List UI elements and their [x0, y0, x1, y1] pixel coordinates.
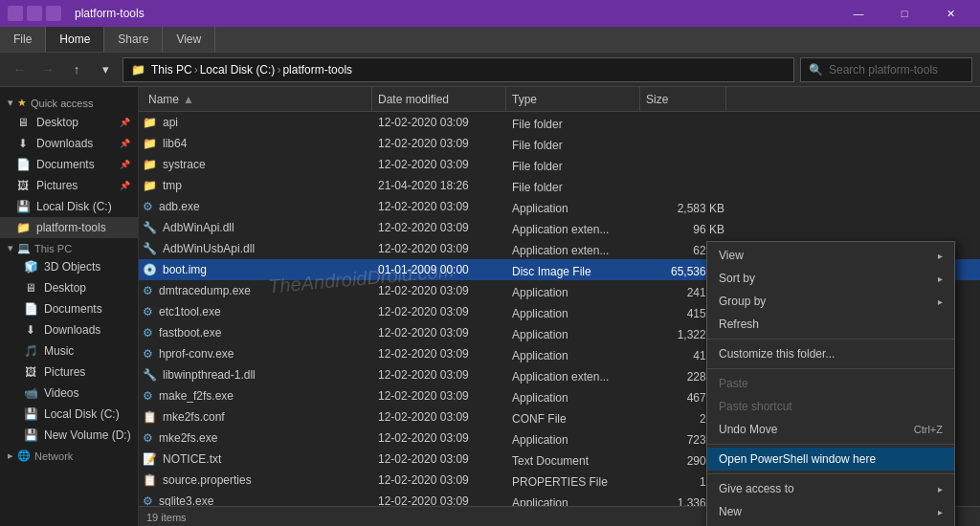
table-row[interactable]: 📁 systrace 12-02-2020 03:09 File folder [139, 154, 980, 175]
ctx-divider [707, 444, 954, 445]
context-menu-item-view[interactable]: View▸ [707, 244, 954, 267]
address-path[interactable]: 📁 This PC › Local Disk (C:) › platform-t… [122, 57, 794, 82]
sidebar-item-local-disk-pc[interactable]: 💾 Local Disk (C:) [0, 404, 138, 425]
sidebar-item-pictures-pc[interactable]: 🖼 Pictures [0, 362, 138, 383]
column-header: Name ▲ Date modified Type Size [139, 87, 980, 112]
table-row[interactable]: ⚙ adb.exe 12-02-2020 03:09 Application 2… [139, 196, 980, 217]
file-icon: 📝 [143, 452, 157, 466]
file-date: 12-02-2020 03:09 [378, 368, 512, 382]
maximize-button[interactable]: □ [882, 0, 926, 27]
path-sep2: › [277, 63, 280, 77]
sidebar-item-desktop-pc[interactable]: 🖥 Desktop [0, 277, 138, 298]
sidebar-item-new-volume[interactable]: 💾 New Volume (D:) [0, 425, 138, 446]
ctx-item-label: Open PowerShell window here [719, 452, 876, 466]
quick-access-section[interactable]: ▾ ★ Quick access [0, 91, 138, 112]
network-section[interactable]: ▸ 🌐 Network [0, 446, 138, 464]
context-menu-item-customize-this-folder...[interactable]: Customize this folder... [707, 342, 954, 365]
file-name: fastboot.exe [159, 326, 221, 340]
forward-button[interactable]: → [36, 58, 59, 81]
sidebar-item-desktop-pc-label: Desktop [44, 281, 86, 295]
quick-access-expand-icon: ▾ [8, 97, 13, 109]
sidebar-item-downloads-quick[interactable]: ⬇ Downloads 📌 [0, 133, 138, 154]
file-name: mke2fs.conf [163, 410, 225, 424]
path-this-pc: This PC [151, 63, 192, 77]
path-sep1: › [194, 63, 198, 77]
file-icon: ⚙ [143, 284, 153, 297]
this-pc-label: This PC [34, 243, 72, 254]
context-menu-item-open-powershell-window-here[interactable]: Open PowerShell window here [707, 448, 954, 471]
ctx-divider [707, 339, 954, 340]
file-date: 12-02-2020 03:09 [378, 242, 512, 255]
sidebar-item-music[interactable]: 🎵 Music [0, 340, 138, 362]
file-name: sqlite3.exe [159, 494, 213, 506]
file-type: Application [512, 387, 646, 405]
sidebar-item-documents-pc[interactable]: 📄 Documents [0, 298, 138, 319]
recent-locations-button[interactable]: ▾ [94, 58, 117, 81]
col-header-date[interactable]: Date modified [372, 87, 506, 111]
sidebar-item-pictures-quick[interactable]: 🖼 Pictures 📌 [0, 175, 138, 196]
ctx-item-label: Undo Move [719, 423, 777, 436]
file-size [646, 184, 732, 187]
sidebar-item-local-disk-label: Local Disk (C:) [36, 200, 112, 213]
sidebar-item-downloads-pc-label: Downloads [44, 323, 100, 337]
search-placeholder: Search platform-tools [829, 63, 938, 77]
context-menu-item-undo-move[interactable]: Undo MoveCtrl+Z [707, 418, 954, 441]
file-type: Application [512, 345, 646, 362]
this-pc-section[interactable]: ▾ 💻 This PC [0, 238, 138, 256]
search-box[interactable]: 🔍 Search platform-tools [800, 57, 972, 82]
context-menu-item-group-by[interactable]: Group by▸ [707, 290, 954, 313]
sidebar-item-downloads-pc[interactable]: ⬇ Downloads [0, 319, 138, 340]
file-icon: ⚙ [143, 494, 153, 506]
sidebar-item-documents-quick[interactable]: 📄 Documents 📌 [0, 154, 138, 175]
up-button[interactable]: ↑ [65, 58, 88, 81]
context-menu-item-sort-by[interactable]: Sort by▸ [707, 267, 954, 290]
back-button[interactable]: ← [8, 58, 31, 81]
sidebar-item-3dobjects[interactable]: 🧊 3D Objects [0, 256, 138, 277]
tab-home[interactable]: Home [46, 27, 104, 52]
sidebar-item-documents-pc-label: Documents [44, 302, 102, 316]
file-name: mke2fs.exe [159, 431, 217, 445]
file-icon: ⚙ [143, 389, 153, 403]
tab-share[interactable]: Share [104, 27, 163, 52]
close-button[interactable]: ✕ [928, 0, 972, 27]
file-type: Application [512, 282, 646, 299]
context-menu-item-refresh[interactable]: Refresh [707, 313, 954, 336]
minimize-button[interactable]: — [836, 0, 880, 27]
pictures-pc-icon: 🖼 [23, 364, 38, 380]
col-header-type[interactable]: Type [506, 87, 640, 111]
sidebar-item-local-disk-quick[interactable]: 💾 Local Disk (C:) [0, 196, 138, 217]
pin-icon3: 📌 [120, 160, 130, 169]
table-row[interactable]: 📁 tmp 21-04-2020 18:26 File folder [139, 175, 980, 196]
tab-view[interactable]: View [163, 27, 215, 52]
table-row[interactable]: 📁 lib64 12-02-2020 03:09 File folder [139, 133, 980, 154]
tab-file[interactable]: File [0, 27, 46, 52]
sidebar-item-desktop-quick[interactable]: 🖥 Desktop 📌 [0, 112, 138, 133]
table-row[interactable]: 📁 api 12-02-2020 03:09 File folder [139, 112, 980, 133]
file-type: File folder [512, 177, 646, 194]
file-type: Application exten... [512, 366, 646, 384]
path-local-disk: Local Disk (C:) [200, 63, 276, 77]
ctx-divider [707, 368, 954, 369]
ctx-item-label: Sort by [719, 272, 755, 285]
file-icon: 📁 [143, 179, 157, 192]
shortcut-label: Ctrl+Z [914, 424, 943, 435]
file-type: File folder [512, 114, 646, 131]
file-date: 12-02-2020 03:09 [378, 158, 512, 171]
col-header-size[interactable]: Size [640, 87, 726, 111]
ctx-item-label: Customize this folder... [719, 347, 835, 361]
file-date: 12-02-2020 03:09 [378, 431, 512, 445]
submenu-arrow-icon: ▸ [938, 274, 943, 284]
table-row[interactable]: 🔧 AdbWinApi.dll 12-02-2020 03:09 Applica… [139, 217, 980, 238]
sidebar-item-videos[interactable]: 📹 Videos [0, 383, 138, 404]
file-date: 12-02-2020 03:09 [378, 137, 512, 150]
col-header-name[interactable]: Name ▲ [143, 87, 372, 111]
title-bar: platform-tools — □ ✕ [0, 0, 980, 27]
file-type: File folder [512, 135, 646, 152]
file-date: 12-02-2020 03:09 [378, 116, 512, 129]
context-menu-item-give-access-to[interactable]: Give access to▸ [707, 477, 954, 500]
sidebar-item-3d-label: 3D Objects [44, 260, 100, 274]
file-date: 12-02-2020 03:09 [378, 494, 512, 506]
sidebar-item-platform-tools[interactable]: 📁 platform-tools [0, 217, 138, 238]
documents-pc-icon: 📄 [23, 301, 38, 317]
context-menu-item-new[interactable]: New▸ [707, 500, 954, 523]
